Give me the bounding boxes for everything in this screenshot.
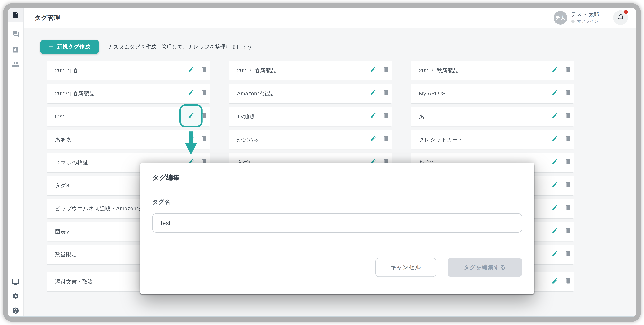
sidebar-item-documents[interactable] [8,8,23,22]
user-status: オフライン [571,18,599,24]
pencil-icon [552,277,558,286]
tag-name: 2021年春新製品 [237,67,368,74]
sidebar-item-settings[interactable] [11,291,20,301]
pencil-icon [552,89,558,98]
sidebar-item-analytics[interactable] [11,45,20,54]
tag-name: 2021年春 [55,67,186,74]
document-icon [12,11,19,18]
edit-tag-button[interactable] [368,134,378,144]
toolbar: + 新規タグ作成 カスタムタグを作成、管理して、ナレッジを整理しましょう。 [24,28,636,54]
edit-tag-button[interactable] [550,158,560,167]
trash-icon [564,181,572,190]
tag-name: 2022年春新製品 [55,90,186,97]
tag-row: かぼちゃ [229,130,392,150]
submit-button[interactable]: タグを編集する [448,258,522,277]
notifications-button[interactable] [613,10,628,25]
sidebar-item-chat[interactable] [11,29,20,39]
offline-status-dot [571,20,574,23]
edit-tag-button[interactable] [550,180,560,190]
delete-tag-button[interactable] [199,134,209,144]
delete-tag-button[interactable] [563,250,573,259]
delete-tag-button[interactable] [563,158,573,167]
trash-icon [382,66,390,75]
edit-tag-button-highlighted[interactable] [186,112,196,122]
content-area: + 新規タグ作成 カスタムタグを作成、管理して、ナレッジを整理しましょう。 20… [24,28,636,317]
pencil-icon [552,158,558,167]
create-tag-button[interactable]: + 新規タグ作成 [40,40,99,54]
screenshot-stage: タグ管理 テ太 テスト 太郎 オフライン [0,0,644,325]
tag-name: クレジットカード [419,136,550,143]
trash-icon [564,277,572,286]
sidebar-item-help[interactable] [11,306,20,316]
delete-tag-button[interactable] [381,134,391,144]
delete-tag-button[interactable] [563,204,573,214]
bell-icon [616,13,625,22]
delete-tag-button[interactable] [563,180,573,190]
tag-row: クレジットカード [411,130,574,150]
page-title: タグ管理 [34,14,60,22]
edit-tag-button[interactable] [368,112,378,122]
sidebar-item-monitor[interactable] [11,277,20,287]
user-status-label: オフライン [577,18,599,24]
monitor-icon [12,278,19,286]
delete-tag-button[interactable] [563,227,573,236]
edit-tag-button[interactable] [186,88,196,98]
delete-tag-button[interactable] [381,112,391,122]
delete-tag-button[interactable] [381,88,391,98]
trash-icon [382,89,390,98]
pencil-icon [552,112,558,121]
trash-icon [201,66,208,75]
app-window: タグ管理 テ太 テスト 太郎 オフライン [8,8,636,317]
delete-tag-button[interactable] [199,66,209,75]
tag-name-label: タグ名 [152,198,522,206]
delete-tag-button[interactable] [381,66,391,75]
plus-icon: + [49,43,53,50]
tag-row: Amazon限定品 [229,84,392,104]
tag-name: あ [419,113,550,120]
edit-tag-button[interactable] [550,66,560,75]
delete-tag-button[interactable] [563,66,573,75]
edit-tag-button[interactable] [186,134,196,144]
trash-icon [564,227,572,236]
edit-tag-button[interactable] [368,66,378,75]
delete-tag-button[interactable] [563,277,573,286]
edit-tag-button[interactable] [550,204,560,214]
trash-icon [564,158,572,167]
create-tag-button-label: 新規タグ作成 [57,43,90,50]
app-bottom-edge [8,316,636,317]
tag-row: あ [411,107,574,126]
chat-icon [12,30,19,38]
pencil-icon [552,227,558,236]
tag-name: あああ [55,136,186,143]
edit-tag-button[interactable] [550,277,560,286]
edit-tag-button[interactable] [550,88,560,98]
trash-icon [564,250,572,259]
delete-tag-button[interactable] [199,88,209,98]
edit-tag-button[interactable] [550,250,560,259]
pencil-icon [552,181,558,190]
delete-tag-button[interactable] [563,112,573,122]
tag-name-input[interactable] [152,213,522,232]
edit-tag-button[interactable] [368,88,378,98]
user-menu[interactable]: テ太 テスト 太郎 オフライン [554,11,599,24]
edit-tag-button[interactable] [186,66,196,75]
delete-tag-button[interactable] [563,88,573,98]
help-icon [12,307,19,314]
edit-tag-button[interactable] [550,134,560,144]
sidebar-item-users[interactable] [11,59,20,69]
edit-tag-button[interactable] [550,227,560,236]
tag-row: 2021年春 [47,61,210,80]
delete-tag-button[interactable] [563,134,573,144]
tag-name: test [55,114,186,120]
trash-icon [564,135,572,144]
pencil-icon [370,135,376,144]
edit-tag-modal: タグ編集 タグ名 キャンセル タグを編集する [140,163,534,294]
cancel-button[interactable]: キャンセル [376,258,436,277]
edit-tag-button[interactable] [550,112,560,122]
trash-icon [564,112,572,121]
notification-badge [624,10,628,14]
pencil-icon [188,135,194,144]
trash-icon [382,112,390,121]
tag-row: あああ [47,130,210,150]
tag-row: test [47,107,210,126]
